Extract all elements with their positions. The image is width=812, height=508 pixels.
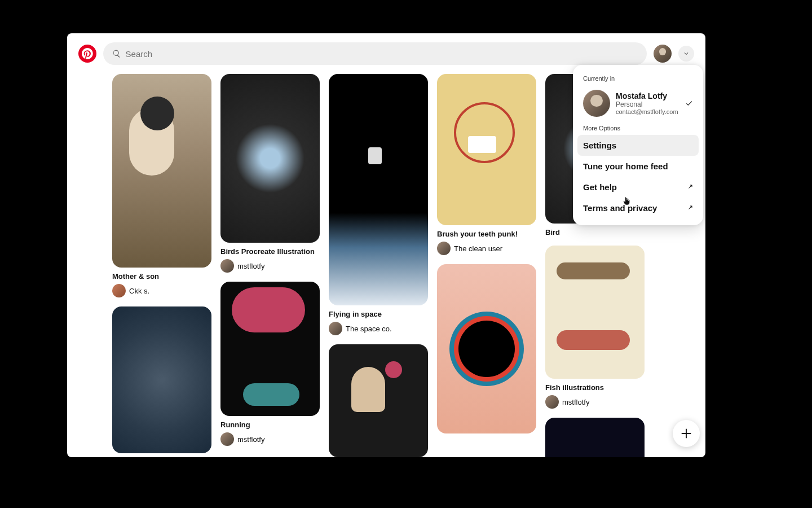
author-name: Ckk s. (129, 287, 149, 295)
account-name: Mostafa Lotfy (616, 91, 679, 100)
pin-author[interactable]: Ckk s. (112, 284, 211, 297)
pin-card[interactable]: Brush your teeth punk! The clean user (437, 74, 536, 255)
pin-image[interactable] (220, 74, 320, 243)
pin-card[interactable] (545, 418, 645, 457)
check-icon (685, 99, 693, 107)
pin-image[interactable] (437, 264, 536, 433)
author-name: The space co. (346, 325, 392, 333)
external-link-icon (686, 205, 693, 212)
account-menu-button[interactable] (678, 46, 694, 62)
profile-avatar[interactable] (654, 45, 672, 63)
menu-item-tune-home-feed[interactable]: Tune your home feed (577, 156, 699, 177)
menu-item-label: Settings (583, 141, 616, 150)
pin-title: Flying in space (329, 310, 428, 318)
menu-item-terms-privacy[interactable]: Terms and privacy (577, 198, 699, 218)
app-window: Mother & son Ckk s. Birds Procreate Illu… (67, 33, 705, 457)
pin-card[interactable]: Running mstflotfy (220, 282, 320, 446)
pin-author[interactable]: mstflotfy (220, 259, 320, 273)
pin-author[interactable]: mstflotfy (220, 432, 320, 446)
pin-card[interactable]: Birds Procreate Illustration mstflotfy (220, 74, 320, 273)
author-avatar (220, 432, 234, 446)
pin-card[interactable]: Flying in space The space co. (329, 74, 428, 335)
author-avatar (545, 395, 559, 409)
pin-card[interactable] (329, 344, 428, 457)
pin-title: Fish illustrations (545, 383, 645, 392)
account-avatar (583, 90, 610, 117)
pin-card[interactable] (112, 306, 211, 453)
menu-item-get-help[interactable]: Get help (577, 177, 699, 198)
menu-item-settings[interactable]: Settings (577, 135, 699, 156)
pin-author[interactable]: The space co. (329, 322, 428, 335)
pinterest-logo[interactable] (78, 45, 96, 63)
pin-image[interactable] (112, 74, 211, 268)
search-icon (112, 49, 121, 58)
author-avatar (329, 322, 342, 335)
pin-title: Mother & son (112, 272, 211, 281)
menu-item-label: Tune your home feed (583, 161, 668, 171)
menu-item-label: Terms and privacy (583, 203, 657, 213)
external-link-icon (686, 184, 693, 191)
menu-item-label: Get help (583, 182, 617, 192)
dropdown-section-more: More Options (577, 121, 699, 135)
author-name: The clean user (454, 244, 502, 253)
pin-title: Bird (545, 228, 645, 237)
pin-image[interactable] (545, 246, 645, 379)
pin-card[interactable]: Fish illustrations mstflotfy (545, 246, 645, 409)
pin-title: Running (220, 421, 320, 429)
pin-author[interactable]: mstflotfy (545, 395, 645, 409)
author-name: mstflotfy (237, 262, 264, 270)
pin-image[interactable] (329, 344, 428, 457)
author-avatar (220, 259, 234, 273)
author-avatar (112, 284, 126, 297)
dropdown-section-current: Currently in (577, 72, 699, 85)
author-name: mstflotfy (562, 398, 589, 406)
pinterest-icon (82, 48, 93, 59)
account-dropdown: Currently in Mostafa Lotfy Personal cont… (573, 65, 703, 225)
add-button[interactable] (673, 420, 700, 447)
account-info: Mostafa Lotfy Personal contact@mstflotfy… (616, 91, 679, 115)
plus-icon (680, 427, 692, 440)
account-row[interactable]: Mostafa Lotfy Personal contact@mstflotfy… (577, 85, 699, 121)
pin-title: Brush your teeth punk! (437, 230, 536, 238)
pin-image[interactable] (112, 306, 211, 453)
account-type: Personal (616, 100, 679, 108)
pin-author[interactable]: The clean user (437, 242, 536, 255)
pin-image[interactable] (220, 282, 320, 416)
pin-image[interactable] (545, 418, 645, 457)
author-name: mstflotfy (237, 435, 264, 444)
chevron-down-icon (682, 50, 690, 58)
pin-card[interactable] (437, 264, 536, 433)
pin-image[interactable] (329, 74, 428, 305)
search-bar[interactable] (103, 42, 647, 65)
search-input[interactable] (126, 49, 638, 59)
pin-title: Birds Procreate Illustration (220, 247, 320, 256)
account-email: contact@mstflotfy.com (616, 108, 679, 115)
pin-image[interactable] (437, 74, 536, 225)
pin-card[interactable]: Mother & son Ckk s. (112, 74, 211, 297)
author-avatar (437, 242, 451, 255)
